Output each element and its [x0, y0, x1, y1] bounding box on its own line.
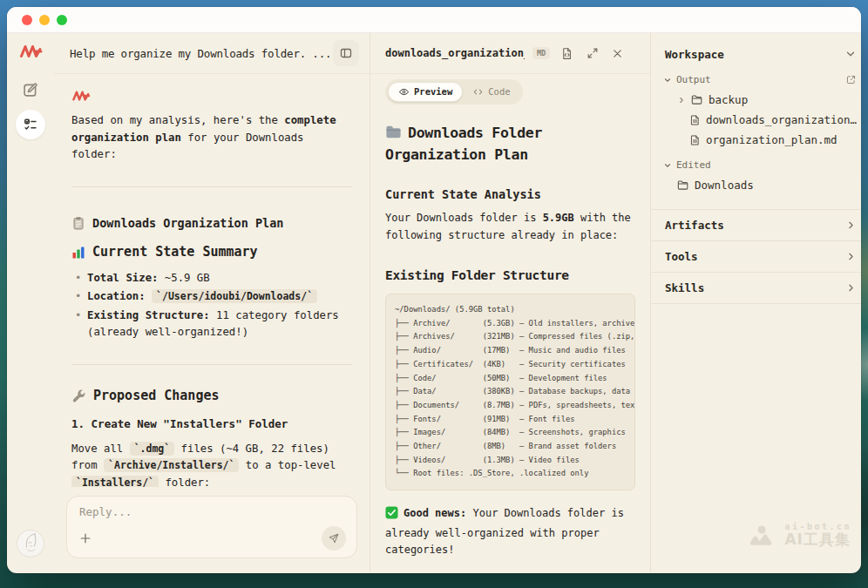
workspace-group-output: Output backup	[651, 70, 861, 150]
toggle-panel-button[interactable]	[333, 40, 359, 66]
section-tools[interactable]: Tools	[651, 240, 861, 272]
chat-messages: Based on my analysis, here's the complet…	[54, 74, 370, 487]
chat-header: Help me organize my Downloads folder. ..…	[54, 33, 370, 74]
close-preview-button[interactable]	[609, 48, 626, 59]
move-paragraph: Move all `.dmg` files (~4 GB, 22 files) …	[71, 441, 352, 488]
folder-icon	[677, 179, 689, 191]
preview-header: downloads_organization_pl… MD	[370, 33, 650, 74]
clipboard-icon	[71, 216, 85, 230]
workspace-group-edited: Edited Downloads	[651, 155, 861, 195]
reply-box	[66, 496, 357, 558]
wrench-icon	[71, 389, 86, 403]
analysis-heading: Current State Analysis	[385, 187, 635, 201]
folder-tree-code-block: ~/Downloads/ (5.9GB total) ├── Archive/ …	[385, 294, 635, 490]
preview-tab-bar: Preview Code	[370, 74, 650, 109]
icon-rail	[7, 33, 54, 572]
workspace-header[interactable]: Workspace	[651, 33, 861, 70]
chevron-right-icon	[677, 96, 686, 105]
panel-toggle-icon	[339, 46, 353, 60]
proposed-changes-heading: Proposed Changes	[71, 388, 352, 405]
chevron-down-icon	[844, 48, 857, 60]
workspace-item-downloads[interactable]: Downloads	[651, 175, 861, 195]
summary-list: Total Size: ~5.9 GB Location: `/Users/id…	[71, 270, 352, 341]
tab-code[interactable]: Code	[463, 83, 519, 101]
zoom-window-button[interactable]	[57, 15, 67, 25]
chat-title: Help me organize my Downloads folder. ..…	[70, 47, 333, 60]
markdown-badge: MD	[532, 47, 550, 59]
assistant-intro: Based on my analysis, here's the complet…	[71, 112, 352, 164]
expand-icon	[587, 47, 599, 59]
app-logo-icon	[19, 44, 43, 59]
close-window-button[interactable]	[22, 15, 32, 25]
folder-icon	[385, 125, 402, 139]
watermark-line2: AI工具集	[784, 531, 851, 548]
assistant-logo-icon	[71, 90, 352, 102]
file-icon	[689, 134, 701, 146]
workspace-sections: Artifacts Tools Skills	[651, 209, 861, 304]
structure-heading: Existing Folder Structure	[385, 268, 635, 282]
attach-button[interactable]	[79, 532, 92, 544]
eye-icon	[398, 86, 410, 98]
reply-input[interactable]	[79, 505, 346, 518]
step-heading: 1. Create New "Installers" Folder	[71, 416, 352, 433]
workspace-panel: Workspace Output	[651, 33, 861, 572]
open-external-icon[interactable]	[845, 74, 857, 85]
new-chat-button[interactable]	[16, 75, 45, 105]
chevron-right-icon	[845, 251, 857, 262]
minimize-window-button[interactable]	[39, 15, 50, 25]
list-item: Existing Structure: 11 category folders …	[71, 308, 352, 341]
chevron-down-icon	[663, 76, 672, 84]
workspace-item-file[interactable]: organization_plan.md	[651, 130, 861, 150]
code-icon	[472, 86, 484, 98]
send-button[interactable]	[322, 526, 346, 551]
preview-filename: downloads_organization_pl…	[385, 47, 525, 59]
list-item: Location: `/Users/idoubi/Downloads/`	[71, 288, 352, 306]
titlebar	[7, 7, 861, 33]
close-icon	[612, 48, 623, 59]
app-window: Help me organize my Downloads folder. ..…	[7, 7, 861, 573]
workspace-item-backup[interactable]: backup	[651, 90, 861, 110]
tasks-list-button[interactable]	[16, 110, 45, 139]
chevron-down-icon	[663, 161, 672, 170]
document-body: Downloads Folder Organization Plan Curre…	[370, 109, 650, 572]
output-group-row[interactable]: Output	[651, 70, 861, 90]
divider	[71, 186, 352, 187]
folder-icon	[691, 94, 703, 105]
document-title: Downloads Folder Organization Plan	[385, 123, 635, 165]
file-icon	[689, 114, 701, 126]
workspace-title: Workspace	[665, 48, 724, 61]
expand-button[interactable]	[584, 47, 601, 59]
summary-heading: Current State Summary	[71, 244, 352, 261]
file-preview-panel: downloads_organization_pl… MD	[370, 33, 651, 572]
user-avatar[interactable]	[17, 531, 44, 557]
divider	[71, 364, 352, 365]
plus-icon	[79, 532, 92, 544]
section-skills[interactable]: Skills	[651, 272, 861, 304]
view-source-button[interactable]	[558, 47, 576, 60]
check-mark-icon	[385, 506, 398, 519]
file-code-icon	[560, 47, 573, 60]
watermark: ai-bot.cn AI工具集	[743, 522, 851, 548]
workspace-item-file[interactable]: downloads_organization…	[651, 110, 861, 130]
list-item: Total Size: ~5.9 GB	[71, 270, 352, 287]
chevron-right-icon	[845, 220, 857, 231]
watermark-logo-icon	[743, 524, 777, 547]
plan-heading: Downloads Organization Plan	[71, 215, 352, 233]
tab-preview[interactable]: Preview	[388, 82, 463, 102]
analysis-paragraph: Your Downloads folder is 5.9GB with the …	[385, 210, 635, 244]
bar-chart-icon	[71, 246, 85, 260]
good-news-paragraph: Good news: Your Downloads folder is alre…	[385, 505, 635, 559]
send-icon	[328, 532, 340, 544]
edited-group-row[interactable]: Edited	[651, 155, 861, 175]
chat-panel: Help me organize my Downloads folder. ..…	[54, 33, 370, 572]
section-artifacts[interactable]: Artifacts	[651, 209, 861, 240]
chevron-right-icon	[845, 282, 857, 294]
